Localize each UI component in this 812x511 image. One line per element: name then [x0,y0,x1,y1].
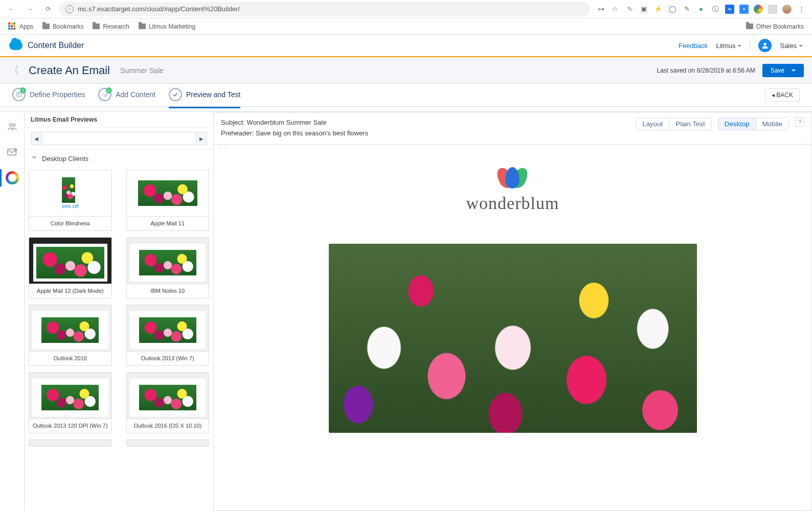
rainbow-ext-icon[interactable] [754,5,763,14]
thumbnail-label: Outlook 2016 (OS X 10.10) [127,419,209,433]
preview-nav-strip: ◀ ▶ [25,128,213,150]
thumbnail-label: Apple Mail 11 [127,216,209,230]
side-rail [0,112,25,511]
subject-value: Wonderblum Summer Sale [247,119,327,126]
layout-toggle: Layout Plain Text [636,118,712,130]
bolt-icon[interactable]: ⚡ [653,5,663,14]
brand-name: wonderblum [466,194,559,213]
browser-url-bar[interactable]: i mc.s7.exacttarget.com/cloud/#app/Conte… [59,2,590,16]
thumbnail-label: IBM Notes 10 [127,284,209,298]
step-label: Define Properties [30,90,85,99]
preview-meta: Subject: Wonderblum Summer Sale Preheade… [221,118,368,139]
step-label: Add Content [116,90,155,99]
key-icon[interactable]: ⊶ [596,5,605,14]
step-label: Preview and Test [186,90,240,99]
bookmark-folder-research[interactable]: Research [93,23,129,30]
thumbnail-grid[interactable]: 20% Off Color Blindness Apple Mail 11 Ap… [25,168,213,511]
thumbnail-apple-mail-11[interactable]: Apple Mail 11 [126,170,210,231]
section-header[interactable]: Desktop Clients [25,150,213,168]
thumbnail-outlook-2013-win7[interactable]: Outlook 2013 (Win 7) [126,305,210,366]
thumbnail-ibm-notes-10[interactable]: IBM Notes 10 [126,237,210,298]
mobile-button[interactable]: Mobile [756,118,788,130]
workspace-dropdown[interactable]: Litmus [716,42,741,50]
browser-menu-icon[interactable]: ⋮ [797,5,806,14]
rail-send-test-icon[interactable] [5,145,20,160]
color-wheel-icon [6,171,19,184]
browser-forward-button[interactable]: → [22,2,37,16]
blue-ext-icon[interactable]: ∞ [725,5,734,14]
workspace-label: Litmus [716,42,735,50]
desktop-button[interactable]: Desktop [718,118,756,130]
rail-subscribers-icon[interactable] [5,119,20,134]
feedback-link[interactable]: Feedback [679,42,708,50]
step-add-content[interactable]: ✓ Add Content [98,88,155,102]
section-label: Desktop Clients [42,155,88,162]
thumbnail-outlook-2016-osx[interactable]: Outlook 2016 (OS X 10.10) [126,372,210,433]
thumbnail-outlook-2013-120dpi[interactable]: Outlook 2013 120 DPI (Win 7) [29,372,112,433]
help-icon[interactable]: ? [795,118,804,127]
back-button[interactable]: ◂ BACK [765,88,800,102]
prev-button[interactable]: ◀ [31,132,42,145]
bookmark-folder-bookmarks[interactable]: Bookmarks [42,23,83,30]
bookmark-label: Other Bookmarks [756,23,804,30]
thumbnail-outlook-2010[interactable]: Outlook 2010 [29,305,112,366]
subject-label: Subject: [221,119,245,126]
rail-litmus-icon[interactable] [5,170,20,185]
bookmark-label: Bookmarks [53,23,83,30]
browser-url-text: mc.s7.exacttarget.com/cloud/#app/Content… [78,5,240,13]
zoom-ext-icon[interactable]: ▪ [739,5,749,14]
chevron-down-icon [792,69,796,74]
dropper-icon[interactable]: ✎ [682,5,691,14]
resize-handle[interactable]: ⋮⋮ [214,145,811,150]
plain-text-button[interactable]: Plain Text [669,118,711,130]
browser-toolbar: ← → ⟳ i mc.s7.exacttarget.com/cloud/#app… [0,0,812,18]
star-icon[interactable]: ☆ [611,5,620,14]
apps-shortcut[interactable]: Apps [8,22,33,31]
back-chevron-icon[interactable]: 〈 [8,63,18,78]
chevron-down-icon [799,45,803,49]
camera-icon[interactable]: ▣ [639,5,648,14]
thumbnail-row-partial[interactable] [126,439,210,447]
save-label: Save [771,67,784,74]
circle-ext-icon[interactable]: ◯ [668,5,677,14]
page-subtitle: Summer Sale [120,66,164,75]
other-bookmarks[interactable]: Other Bookmarks [746,23,804,30]
thumbnail-apple-mail-12-dark[interactable]: Apple Mail 12 (Dark Mode) [29,237,112,298]
back-label: BACK [776,91,793,99]
chevron-down-icon [32,156,37,161]
last-saved-text: Last saved on 8/28/2019 at 8:56 AM [657,67,755,74]
thumbnail-color-blindness[interactable]: 20% Off Color Blindness [29,170,112,231]
bookmark-folder-litmus[interactable]: Litmus Marketing [139,23,195,30]
preview-body[interactable]: wonderblum [214,150,811,510]
feather-icon[interactable]: ✎ [625,5,634,14]
user-menu-dropdown[interactable]: Sales [780,42,803,50]
browser-extensions: ⊶ ☆ ✎ ▣ ⚡ ◯ ✎ ● ⓘ ∞ ▪ ⋮ [594,5,808,14]
thumbnail-label: Color Blindness [29,216,111,230]
folder-icon [42,24,50,29]
next-button[interactable]: ▶ [196,132,207,145]
layout-button[interactable]: Layout [636,118,669,130]
profile-avatar[interactable] [782,5,792,14]
preheader-label: Preheader: [221,129,254,137]
step-preview-and-test[interactable]: Preview and Test [169,88,240,102]
bookmark-label: Apps [19,23,33,30]
step-icon [169,88,182,101]
save-button[interactable]: Save [762,64,804,77]
svg-point-0 [764,43,766,45]
thumbnail-row-partial[interactable] [29,439,112,447]
green-ext-icon[interactable]: ● [696,5,706,14]
preheader-value: Save big on this season's best flowers [256,129,368,137]
svg-point-6 [12,124,15,126]
hero-image [329,244,697,433]
browser-back-button[interactable]: ← [4,2,18,16]
step-define-properties[interactable]: ✓ Define Properties [12,88,85,102]
main-content: Litmus Email Previews ◀ ▶ Desktop Client… [0,111,812,511]
info-ext-icon[interactable]: ⓘ [711,5,720,14]
browser-reload-button[interactable]: ⟳ [41,2,55,16]
site-info-icon[interactable]: i [65,5,74,13]
thumbnail-image [29,373,111,419]
user-avatar-icon[interactable] [758,39,772,52]
nav-track [42,132,196,145]
thumbnail-label: Outlook 2013 (Win 7) [127,351,209,365]
thumbnail-image [29,238,111,284]
